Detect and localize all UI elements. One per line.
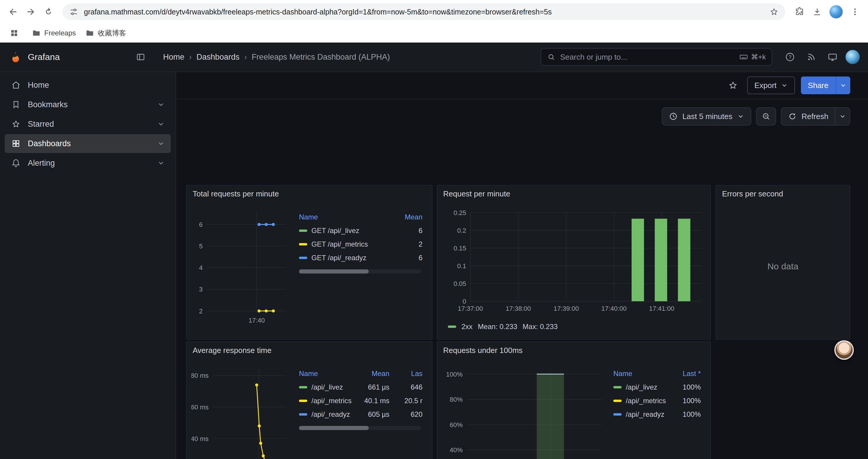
downloads-icon[interactable] [809, 4, 826, 20]
chevron-down-icon[interactable] [157, 140, 165, 147]
chevron-down-icon [840, 82, 847, 89]
apps-grid-icon[interactable] [6, 25, 23, 41]
bookmark-favorite-blogs[interactable]: 收藏博客 [85, 28, 126, 38]
export-button[interactable]: Export [747, 76, 795, 94]
series-color-icon [299, 243, 307, 245]
svg-text:40%: 40% [450, 446, 463, 454]
series-max-stat: Max: 0.233 [523, 323, 558, 331]
svg-text:0.1: 0.1 [457, 262, 466, 270]
panel-title[interactable]: Errors per second [716, 186, 850, 202]
series-color-icon [299, 400, 307, 402]
chevron-down-icon[interactable] [157, 159, 165, 167]
panel-request-per-minute: Request per minute 0.250.20.150.10.05017… [437, 185, 711, 340]
svg-text:5: 5 [199, 242, 203, 250]
series-mean-stat: Mean: 0.233 [478, 323, 517, 331]
legend-header-row[interactable]: NameMeanLas [299, 367, 423, 381]
extensions-icon[interactable] [791, 4, 808, 20]
forward-icon[interactable] [23, 4, 39, 20]
panel-title[interactable]: Total requests per minute [187, 186, 432, 202]
address-bar[interactable]: grafana.mathmast.com/d/deytv4rwavabkb/fr… [63, 4, 785, 20]
request-per-minute-legend: 2xx Mean: 0.233 Max: 0.233 [441, 320, 707, 331]
legend-row[interactable]: /api/_readyz605 µs620 [299, 407, 423, 421]
legend-header-row[interactable]: NameLast * [613, 367, 701, 381]
bookmark-star-icon[interactable] [768, 5, 780, 18]
legend-row[interactable]: /api/_metrics40.1 ms20.5 r [299, 394, 423, 407]
svg-text:80%: 80% [450, 396, 463, 403]
breadcrumb-separator: › [189, 53, 192, 62]
no-data-message: No data [716, 202, 850, 339]
sidebar-item-dashboards[interactable]: Dashboards [5, 134, 171, 153]
folder-icon [85, 29, 94, 37]
time-range-picker[interactable]: Last 5 minutes [662, 107, 751, 126]
grafana-header: Grafana Home › Dashboards › Freeleaps Me… [0, 42, 868, 72]
reload-icon[interactable] [40, 4, 57, 20]
browser-toolbar: grafana.mathmast.com/d/deytv4rwavabkb/fr… [0, 0, 868, 24]
breadcrumb-dashboards[interactable]: Dashboards [196, 53, 240, 62]
share-button[interactable]: Share [801, 76, 836, 94]
monitor-icon[interactable] [824, 49, 841, 65]
chevron-down-icon[interactable] [157, 120, 165, 128]
panel-title[interactable]: Request per minute [437, 186, 710, 202]
dashboard-content: Export Share Last 5 minutes [176, 72, 868, 459]
legend-row[interactable]: /api/_livez661 µs646 [299, 381, 423, 394]
refresh-button[interactable]: Refresh [781, 107, 835, 126]
bookmark-freeleaps[interactable]: Freeleaps [32, 29, 76, 37]
share-button-group: Share [801, 76, 850, 94]
legend-row[interactable]: /api/_readyz100% [613, 407, 701, 421]
back-icon[interactable] [5, 4, 21, 20]
search-icon [547, 53, 555, 61]
svg-text:17:41:00: 17:41:00 [649, 305, 675, 312]
panel-title[interactable]: Average response time [187, 342, 432, 359]
legend-row[interactable]: /api/_metrics100% [613, 394, 701, 407]
sidebar-item-home[interactable]: Home [5, 76, 171, 95]
legend-row[interactable]: /api/_livez100% [613, 381, 701, 394]
help-icon[interactable]: ? [782, 49, 798, 65]
series-color-icon [299, 230, 307, 232]
legend-header-row[interactable]: NameMean [299, 210, 423, 224]
zoom-out-button[interactable] [756, 107, 776, 126]
header-icons: ? [782, 49, 860, 65]
chevron-down-icon [781, 82, 788, 89]
breadcrumb-home[interactable]: Home [163, 53, 184, 62]
panel-requests-under-100ms: Requests under 100ms 100%80%60%40%20%0%1… [437, 341, 711, 459]
svg-text:6: 6 [199, 221, 203, 228]
panel-average-response-time: Average response time 80 ms60 ms40 ms20 … [186, 341, 433, 459]
legend-scrollbar[interactable] [299, 269, 421, 273]
grafana-logo[interactable] [9, 51, 22, 63]
sidebar-toggle-icon[interactable] [132, 49, 149, 65]
chevron-down-icon[interactable] [157, 101, 165, 108]
browser-profile-avatar[interactable] [829, 5, 843, 19]
site-info-icon[interactable] [67, 5, 80, 18]
sidebar-item-alerting[interactable]: Alerting [5, 154, 171, 172]
legend-scrollbar[interactable] [299, 426, 421, 430]
svg-text:80 ms: 80 ms [191, 372, 209, 379]
assistant-avatar[interactable] [834, 340, 854, 360]
browser-menu-icon[interactable] [847, 4, 863, 20]
panel-title[interactable]: Requests under 100ms [437, 342, 710, 359]
star-icon [11, 119, 21, 129]
svg-text:2: 2 [199, 307, 203, 315]
grafana-app: Grafana Home › Dashboards › Freeleaps Me… [0, 42, 868, 459]
sidebar-item-bookmarks[interactable]: Bookmarks [5, 95, 171, 114]
sidebar-item-starred[interactable]: Starred [5, 114, 171, 133]
svg-text:0.05: 0.05 [454, 280, 466, 287]
series-label[interactable]: 2xx [462, 323, 472, 331]
legend-row[interactable]: GET /api/_livez6 [299, 224, 423, 237]
refresh-button-group: Refresh [781, 107, 850, 126]
search-box[interactable]: ⌘+k [541, 48, 772, 66]
news-icon[interactable] [803, 49, 819, 65]
avg-response-time-legend: NameMeanLas/api/_livez661 µs646/api/_met… [292, 360, 427, 459]
search-input[interactable] [560, 53, 735, 62]
refresh-icon [788, 112, 797, 121]
legend-row[interactable]: GET /api/_readyz6 [299, 251, 423, 265]
svg-text:0: 0 [463, 298, 466, 305]
refresh-interval-caret[interactable] [835, 107, 850, 126]
legend-row[interactable]: GET /api/_metrics2 [299, 237, 423, 251]
clock-icon [669, 112, 678, 121]
user-avatar[interactable] [845, 50, 860, 64]
share-caret-button[interactable] [836, 76, 850, 94]
svg-text:17:40:00: 17:40:00 [601, 305, 627, 312]
svg-text:17:40: 17:40 [248, 317, 265, 324]
favorite-star-icon[interactable] [725, 77, 741, 94]
breadcrumb-current: Freeleaps Metrics Dashboard (ALPHA) [252, 53, 390, 62]
